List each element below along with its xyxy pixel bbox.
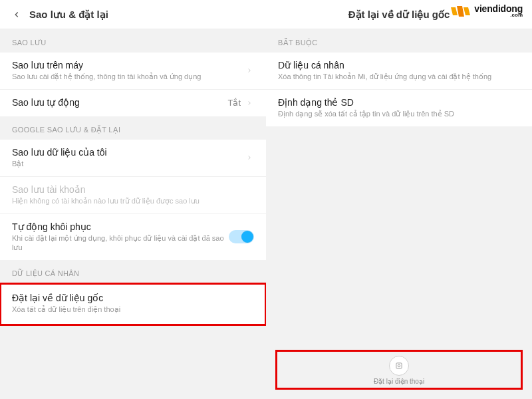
chevron-right-icon [245, 66, 254, 75]
item-title: Tự động khôi phục [12, 221, 229, 232]
item-sub: Sao lưu cài đặt hệ thống, thông tin tài … [12, 72, 245, 82]
watermark: viendidong .com [451, 4, 523, 18]
item-title: Sao lưu tự động [12, 97, 227, 108]
item-title: Sao lưu tài khoản [12, 184, 254, 195]
reset-phone-label: Đặt lại điện thoại [280, 378, 518, 385]
item-personal-data[interactable]: Dữ liệu cá nhân Xóa thông tin Tài khoản … [266, 53, 532, 90]
left-screen: Sao lưu & đặt lại SAO LƯU Sao lưu trên m… [0, 0, 266, 399]
item-title: Dữ liệu cá nhân [278, 60, 520, 70]
chevron-right-icon [245, 153, 254, 162]
item-factory-reset[interactable]: Đặt lại về dữ liệu gốc Xóa tất cả dữ liệ… [0, 283, 266, 325]
item-sub: Bật [12, 159, 245, 169]
item-sub: Định dạng sẽ xóa tất cả tập tin và dữ li… [278, 109, 520, 119]
item-backup-mydata[interactable]: Sao lưu dữ liệu của tôi Bật [0, 140, 266, 177]
item-local-backup[interactable]: Sao lưu trên máy Sao lưu cài đặt hệ thốn… [0, 53, 266, 90]
item-sub: Khi cài đặt lại một ứng dụng, khôi phục … [12, 233, 229, 253]
item-title: Sao lưu dữ liệu của tôi [12, 147, 245, 158]
svg-point-1 [398, 364, 400, 367]
item-backup-account: Sao lưu tài khoản Hiện không có tài khoả… [0, 177, 266, 214]
reset-icon [389, 356, 409, 376]
back-button[interactable] [9, 7, 24, 22]
toggle-knob [241, 231, 253, 243]
right-header-title: Đặt lại về dữ liệu gốc [348, 9, 450, 21]
item-value: Tắt [227, 98, 241, 108]
left-header-title: Sao lưu & đặt lại [29, 9, 108, 21]
item-format-sd[interactable]: Định dạng thẻ SD Định dạng sẽ xóa tất cả… [266, 90, 532, 126]
right-body: Đặt lại điện thoại [266, 126, 532, 399]
right-screen: Đặt lại về dữ liệu gốc BẮT BUỘC Dữ liệu … [266, 0, 532, 399]
watermark-logo-icon [451, 5, 471, 18]
chevron-right-icon [245, 98, 254, 108]
section-label-personal: DỮ LIỆU CÁ NHÂN [0, 260, 266, 283]
reset-phone-button[interactable]: Đặt lại điện thoại [275, 350, 523, 390]
section-label-backup: SAO LƯU [0, 29, 266, 53]
item-sub: Hiện không có tài khoản nào lưu trữ dữ l… [12, 196, 254, 206]
item-auto-backup[interactable]: Sao lưu tự động Tắt [0, 90, 266, 116]
left-header: Sao lưu & đặt lại [0, 0, 266, 29]
item-sub: Xóa tất cả dữ liệu trên điện thoại [12, 305, 254, 315]
section-label-google: GOOGLE SAO LƯU & ĐẶT LẠI [0, 116, 266, 140]
item-title: Đặt lại về dữ liệu gốc [12, 293, 254, 303]
item-title: Sao lưu trên máy [12, 60, 245, 70]
item-sub: Xóa thông tin Tài khoản Mi, dữ liệu ứng … [278, 72, 520, 82]
auto-restore-toggle[interactable] [229, 230, 254, 243]
item-title: Định dạng thẻ SD [278, 97, 520, 108]
section-label-required: BẮT BUỘC [266, 29, 532, 53]
svg-rect-0 [396, 363, 402, 368]
item-auto-restore[interactable]: Tự động khôi phục Khi cài đặt lại một ứn… [0, 214, 266, 261]
